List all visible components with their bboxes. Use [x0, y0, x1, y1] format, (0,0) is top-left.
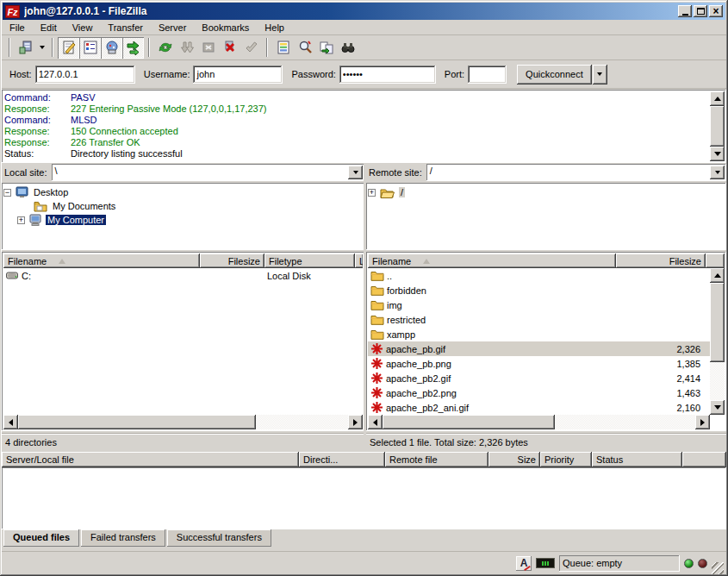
- log-scrollbar[interactable]: [710, 91, 725, 161]
- scroll-track[interactable]: [383, 415, 695, 429]
- scroll-left-button[interactable]: [368, 415, 383, 429]
- expand-expander[interactable]: [17, 216, 25, 224]
- scroll-track[interactable]: [710, 283, 725, 400]
- scroll-up-button[interactable]: [710, 268, 725, 283]
- remote-list-vscrollbar[interactable]: [710, 268, 725, 415]
- host-input[interactable]: [35, 66, 135, 84]
- toggle-transfer-queue-button[interactable]: [122, 37, 144, 59]
- remote-file-row[interactable]: img: [368, 297, 710, 312]
- column-filesize[interactable]: Filesize: [200, 254, 264, 268]
- remote-file-row[interactable]: xampp: [368, 327, 710, 341]
- refresh-button[interactable]: [154, 37, 176, 59]
- scroll-down-button[interactable]: [710, 400, 725, 415]
- tree-item-my-computer[interactable]: My Computer: [17, 213, 363, 227]
- scroll-thumb[interactable]: [383, 415, 555, 429]
- column-size[interactable]: Size: [488, 452, 540, 467]
- toolbar-separator: [266, 38, 268, 57]
- minimize-button[interactable]: [678, 5, 692, 17]
- remote-file-row[interactable]: apache_pb2_ani.gif 2,160: [368, 400, 710, 415]
- directory-filters-button[interactable]: [272, 37, 294, 59]
- toggle-message-log-button[interactable]: [58, 37, 79, 59]
- remote-file-row[interactable]: apache_pb2.gif 2,414: [368, 371, 710, 385]
- column-server-local-file[interactable]: Server/Local file: [2, 452, 299, 467]
- scroll-down-button[interactable]: [710, 147, 725, 161]
- maximize-button[interactable]: [694, 5, 707, 17]
- menu-bookmarks[interactable]: Bookmarks: [194, 21, 257, 34]
- scroll-right-button[interactable]: [348, 415, 363, 429]
- title-bar[interactable]: Fz john@127.0.0.1 - FileZilla ×: [3, 3, 725, 20]
- scroll-thumb[interactable]: [18, 415, 256, 429]
- column-direction[interactable]: Directi...: [299, 452, 385, 467]
- scroll-up-button[interactable]: [710, 91, 725, 106]
- transfer-type-icon[interactable]: A: [516, 556, 532, 571]
- tree-item-label[interactable]: Desktop: [32, 187, 70, 197]
- expand-expander[interactable]: [368, 189, 376, 197]
- scroll-track[interactable]: [18, 415, 348, 429]
- cancel-button[interactable]: [197, 37, 219, 59]
- remote-file-row[interactable]: restricted: [368, 312, 710, 327]
- column-filesize[interactable]: Filesize: [616, 254, 706, 268]
- close-button[interactable]: ×: [709, 5, 723, 17]
- port-input[interactable]: [468, 66, 507, 84]
- column-priority[interactable]: Priority: [540, 452, 592, 467]
- tree-item-root[interactable]: /: [368, 185, 725, 199]
- remote-site-combo[interactable]: /: [426, 164, 726, 181]
- collapse-expander[interactable]: [3, 189, 11, 197]
- tree-item-desktop[interactable]: Desktop: [3, 185, 363, 199]
- menu-transfer[interactable]: Transfer: [100, 21, 151, 34]
- username-input[interactable]: [193, 66, 283, 84]
- directory-comparison-button[interactable]: [315, 37, 337, 59]
- quickconnect-dropdown[interactable]: [593, 65, 607, 85]
- reconnect-button[interactable]: [240, 37, 262, 59]
- tree-item-my-documents[interactable]: My Documents: [22, 199, 363, 213]
- synchronized-browsing-button[interactable]: [337, 37, 358, 59]
- queue-body[interactable]: [2, 467, 726, 529]
- process-queue-button[interactable]: [176, 37, 197, 59]
- local-list-hscrollbar[interactable]: [3, 415, 363, 429]
- tab-successful-transfers[interactable]: Successful transfers: [167, 529, 271, 547]
- remote-file-row-selected[interactable]: apache_pb.gif 2,326: [368, 341, 710, 356]
- menu-server[interactable]: Server: [151, 21, 194, 34]
- column-last-modified[interactable]: L: [355, 254, 363, 268]
- scroll-thumb[interactable]: [710, 106, 725, 147]
- local-site-dropdown[interactable]: [348, 166, 363, 179]
- disconnect-button[interactable]: [219, 37, 240, 59]
- password-input[interactable]: [339, 66, 436, 84]
- menu-help[interactable]: Help: [257, 21, 292, 34]
- site-manager-dropdown[interactable]: [36, 37, 47, 59]
- scroll-left-button[interactable]: [3, 415, 18, 429]
- column-status[interactable]: Status: [592, 452, 682, 467]
- scroll-track[interactable]: [710, 106, 725, 147]
- site-manager-button[interactable]: [15, 37, 36, 59]
- remote-list-hscrollbar[interactable]: [368, 415, 710, 429]
- remote-site-dropdown[interactable]: [710, 166, 725, 179]
- remote-file-row[interactable]: apache_pb.png 1,385: [368, 356, 710, 371]
- file-search-button[interactable]: [294, 37, 315, 59]
- column-filename[interactable]: Filename: [368, 254, 616, 268]
- menu-edit[interactable]: Edit: [33, 21, 65, 34]
- toggle-local-tree-button[interactable]: [79, 37, 101, 59]
- column-remote-file[interactable]: Remote file: [385, 452, 488, 467]
- menu-view[interactable]: View: [65, 21, 101, 34]
- scroll-right-button[interactable]: [695, 415, 710, 429]
- remote-file-row[interactable]: ..: [368, 268, 710, 283]
- resize-grip[interactable]: [712, 562, 724, 574]
- toggle-remote-tree-button[interactable]: [101, 37, 122, 59]
- quickconnect-button[interactable]: Quickconnect: [517, 65, 592, 85]
- tab-failed-transfers[interactable]: Failed transfers: [81, 529, 165, 547]
- tree-item-label[interactable]: My Computer: [46, 215, 106, 225]
- scroll-thumb[interactable]: [710, 283, 725, 362]
- image-file-icon: [370, 342, 383, 355]
- tab-queued-files[interactable]: Queued files: [3, 529, 79, 547]
- column-filename[interactable]: Filename: [3, 254, 200, 268]
- column-filetype[interactable]: Filetype: [264, 254, 355, 268]
- remote-file-row[interactable]: apache_pb2.png 1,463: [368, 385, 710, 400]
- tree-item-label[interactable]: My Documents: [51, 201, 117, 211]
- local-site-combo[interactable]: \: [52, 164, 364, 181]
- speed-limits-icon[interactable]: [536, 558, 555, 568]
- remote-file-row[interactable]: forbidden: [368, 283, 710, 297]
- menu-file[interactable]: File: [2, 21, 33, 34]
- app-icon[interactable]: Fz: [5, 5, 20, 18]
- local-file-row[interactable]: C: Local Disk: [3, 268, 363, 283]
- tree-item-label[interactable]: /: [399, 187, 405, 197]
